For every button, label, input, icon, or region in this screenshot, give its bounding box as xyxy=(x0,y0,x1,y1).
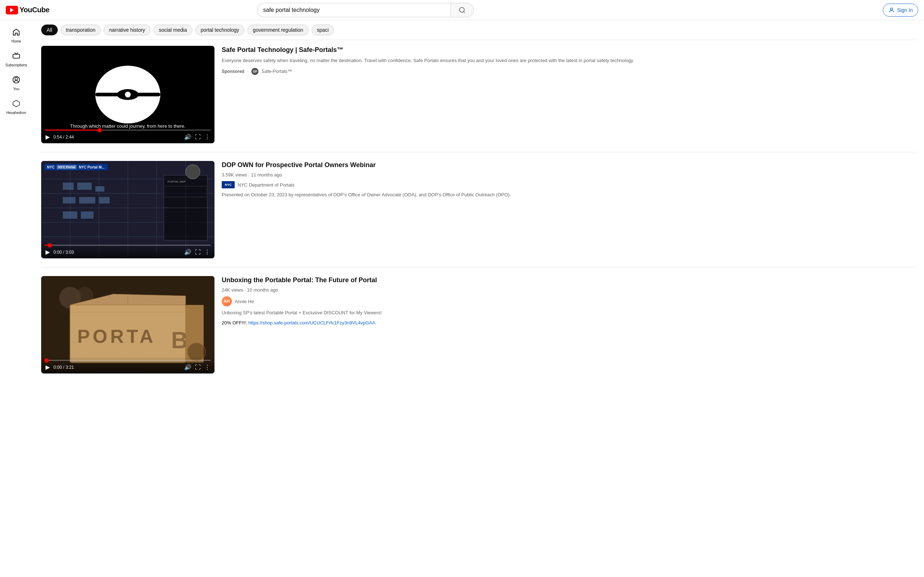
search-button[interactable] xyxy=(451,3,474,17)
controls-row-1: ▶ 0:54 / 2:44 🔊 ⛶ ⋮ xyxy=(45,133,211,141)
video-info-1: Safe Portal Technology | Safe-Portals™ E… xyxy=(222,46,915,78)
sidebar-home-label: Home xyxy=(11,39,21,43)
svg-rect-28 xyxy=(99,197,110,203)
video-title-1: Safe Portal Technology | Safe-Portals™ xyxy=(222,46,915,54)
svg-line-1 xyxy=(464,11,465,13)
video-thumbnail-1[interactable]: Through which matter could journey, from… xyxy=(41,46,215,143)
video-meta-2: 3.59K views · 11 months ago xyxy=(222,172,915,177)
youtube-icon xyxy=(6,6,18,15)
chip-spaci[interactable]: spaci xyxy=(312,24,334,35)
person-icon xyxy=(888,7,895,13)
channel-row-2: NYC NYC Department of Portals xyxy=(222,181,915,189)
video-desc-3: Unboxing SP's latest Portable Portal + E… xyxy=(222,309,915,316)
controls-row-3: ▶ 0:00 / 3:21 🔊 ⛶ ⋮ xyxy=(45,363,211,371)
more-button-2[interactable]: ⋮ xyxy=(204,248,211,256)
divider-1 xyxy=(41,152,915,152)
chip-transporation[interactable]: transporation xyxy=(61,24,101,35)
sidebar-item-hexahedron[interactable]: Hexahedron xyxy=(2,96,31,118)
video-desc-2: Presented on October 23, 2023 by represe… xyxy=(222,191,915,198)
video-controls-2: ▶ 0:00 / 3:03 🔊 ⛶ ⋮ xyxy=(41,242,215,258)
progress-dot-1 xyxy=(97,128,102,132)
svg-rect-30 xyxy=(81,211,94,219)
ctrl-right-2: 🔊 ⛶ ⋮ xyxy=(183,248,211,256)
svg-marker-6 xyxy=(13,100,19,107)
sidebar: Home Subscriptions You Hexahedron xyxy=(0,20,32,388)
sidebar-item-subscriptions[interactable]: Subscriptions xyxy=(2,48,31,71)
volume-button-3[interactable]: 🔊 xyxy=(183,363,192,371)
hexahedron-icon xyxy=(12,100,20,110)
ctrl-right-3: 🔊 ⛶ ⋮ xyxy=(183,363,211,371)
discount-link-3[interactable]: https://shop.safe-portals.com/UCUCLFrfc1… xyxy=(249,320,376,326)
sidebar-hex-label: Hexahedron xyxy=(6,111,26,115)
volume-button-2[interactable]: 🔊 xyxy=(183,248,192,256)
channel-row-1: Sponsored · SP Safe-Portals™ xyxy=(222,68,915,75)
video-controls-1: ▶ 0:54 / 2:44 🔊 ⛶ ⋮ xyxy=(41,127,215,143)
svg-text:PORTAL MAP: PORTAL MAP xyxy=(168,180,186,183)
svg-rect-27 xyxy=(79,197,95,203)
svg-point-0 xyxy=(459,7,464,12)
play-button-3[interactable]: ▶ xyxy=(45,363,50,371)
time-display-2: 0:00 / 3:03 xyxy=(53,250,181,255)
channel-name-2: NYC Department of Portals xyxy=(237,182,295,188)
filter-bar: All transporation narrative history soci… xyxy=(41,20,915,40)
video-info-3: Unboxing the Portable Portal: The Future… xyxy=(222,276,915,326)
chip-narrative-history[interactable]: narrative history xyxy=(103,24,150,35)
controls-row-2: ▶ 0:00 / 3:03 🔊 ⛶ ⋮ xyxy=(45,248,211,256)
header-right: Sign In xyxy=(883,3,918,16)
sign-in-button[interactable]: Sign In xyxy=(883,3,918,16)
sidebar-subs-label: Subscriptions xyxy=(5,63,27,67)
header: YouCube Sign In xyxy=(0,0,924,20)
sidebar-item-home[interactable]: Home xyxy=(2,24,31,47)
you-icon xyxy=(12,76,20,85)
fullscreen-button-1[interactable]: ⛶ xyxy=(194,133,202,141)
svg-text:B: B xyxy=(171,327,188,353)
fullscreen-button-2[interactable]: ⛶ xyxy=(194,248,202,256)
svg-rect-23 xyxy=(63,182,74,190)
chip-social-media[interactable]: social media xyxy=(153,24,192,35)
subscriptions-icon xyxy=(12,52,20,62)
progress-bar-1[interactable] xyxy=(45,129,211,131)
chip-government-regulation[interactable]: government regulation xyxy=(247,24,309,35)
svg-rect-26 xyxy=(63,197,76,203)
play-button-1[interactable]: ▶ xyxy=(45,133,50,141)
thumb1-graphic xyxy=(92,62,164,127)
video-thumbnail-3[interactable]: PORTA B xyxy=(41,276,215,374)
logo-link[interactable]: YouCube xyxy=(6,6,50,15)
channel-avatar-3: AH xyxy=(222,296,232,306)
play-button-2[interactable]: ▶ xyxy=(45,248,50,256)
channel-row-3: AH Annie He xyxy=(222,296,915,306)
time-display-1: 0:54 / 2:44 xyxy=(53,135,181,140)
progress-fill-1 xyxy=(45,129,100,131)
sponsored-label: Sponsored xyxy=(222,69,244,74)
search-input[interactable] xyxy=(257,3,451,17)
ctrl-right-1: 🔊 ⛶ ⋮ xyxy=(183,133,211,141)
more-button-3[interactable]: ⋮ xyxy=(204,363,211,371)
svg-rect-29 xyxy=(63,211,77,219)
sign-in-label: Sign In xyxy=(897,7,913,13)
sidebar-you-label: You xyxy=(13,87,19,91)
svg-rect-3 xyxy=(13,54,19,58)
progress-bar-2[interactable] xyxy=(45,245,211,246)
video-thumbnail-2[interactable]: PORTAL MAP NYC NYC Portal NYC Portal M..… xyxy=(41,161,215,258)
chip-all[interactable]: All xyxy=(41,24,58,35)
video-meta-3: 24K views · 10 months ago xyxy=(222,287,915,293)
video-info-2: DOP OWN for Prospective Portal Owners We… xyxy=(222,161,915,202)
volume-button-1[interactable]: 🔊 xyxy=(183,133,192,141)
table-row: PORTA B xyxy=(41,276,915,374)
nyc-logo: NYC xyxy=(222,181,235,189)
sidebar-item-you[interactable]: You xyxy=(2,72,31,95)
svg-point-2 xyxy=(890,8,893,10)
progress-dot-2 xyxy=(48,243,52,248)
progress-bar-3[interactable] xyxy=(45,360,211,361)
channel-name-1: Safe-Portals™ xyxy=(262,69,292,74)
svg-rect-9 xyxy=(95,93,124,96)
chip-portal-technology[interactable]: portal technology xyxy=(195,24,245,35)
svg-text:PORTA: PORTA xyxy=(77,326,156,347)
svg-rect-10 xyxy=(131,93,160,96)
time-display-3: 0:00 / 3:21 xyxy=(53,365,181,370)
more-button-1[interactable]: ⋮ xyxy=(204,133,211,141)
video-title-3: Unboxing the Portable Portal: The Future… xyxy=(222,276,915,284)
search-icon xyxy=(459,6,466,14)
fullscreen-button-3[interactable]: ⛶ xyxy=(194,363,202,371)
progress-dot-3 xyxy=(44,358,49,363)
